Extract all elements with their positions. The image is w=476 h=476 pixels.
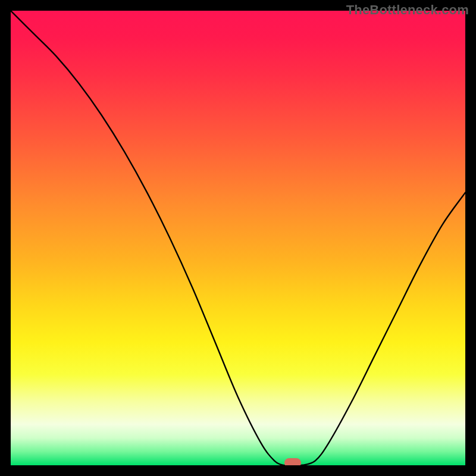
chart-frame: TheBottleneck.com	[0, 0, 476, 476]
optimal-marker	[284, 458, 301, 465]
watermark-text: TheBottleneck.com	[346, 2, 469, 18]
plot-area	[11, 11, 465, 465]
bottleneck-curve	[11, 11, 465, 465]
